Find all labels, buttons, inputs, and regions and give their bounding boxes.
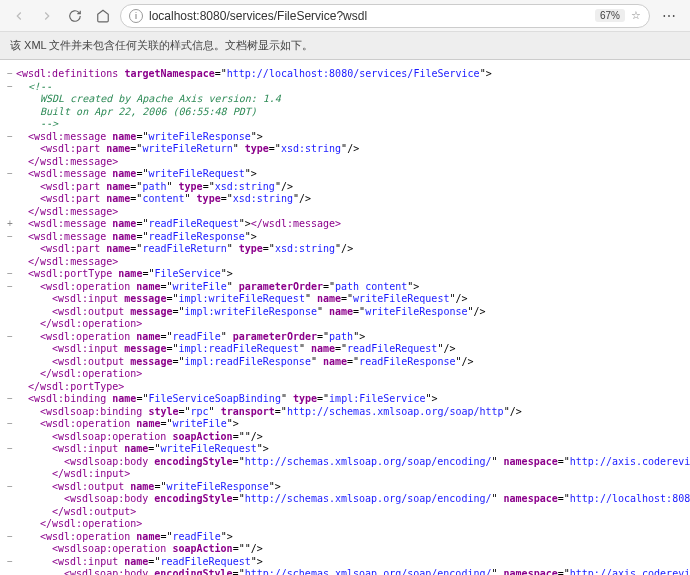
xml-row: <wsdl:input message="impl:writeFileReque… — [16, 293, 467, 306]
expander-icon[interactable]: − — [6, 168, 16, 181]
xml-row: <wsdl:input name="writeFileRequest"> — [16, 443, 269, 456]
xml-row: <wsdl:output message="impl:writeFileResp… — [16, 306, 486, 319]
expander-icon[interactable]: − — [6, 418, 16, 431]
xml-row: <wsdl:operation name="writeFile"> — [16, 418, 239, 431]
xml-row: <wsdl:binding name="FileServiceSoapBindi… — [16, 393, 437, 406]
expander-icon[interactable]: + — [6, 218, 16, 231]
xml-comment: WSDL created by Apache Axis version: 1.4 — [16, 93, 281, 106]
xml-row: <wsdlsoap:body encodingStyle="http://sch… — [16, 493, 690, 506]
xml-row: <wsdlsoap:body encodingStyle="http://sch… — [16, 456, 690, 469]
xml-row: </wsdl:input> — [16, 468, 130, 481]
expander-icon[interactable]: − — [6, 68, 16, 81]
xml-row: <wsdlsoap:body encodingStyle="http://sch… — [16, 568, 690, 575]
xml-row: <wsdl:message name="readFileRequest"></w… — [16, 218, 341, 231]
back-button[interactable] — [8, 5, 30, 27]
expander-icon[interactable]: − — [6, 556, 16, 569]
expander-icon[interactable]: − — [6, 393, 16, 406]
browser-toolbar: i localhost:8080/services/FileService?ws… — [0, 0, 690, 32]
xml-row: </wsdl:message> — [16, 206, 118, 219]
xml-row: </wsdl:operation> — [16, 318, 142, 331]
xml-row: <wsdl:portType name="FileService"> — [16, 268, 233, 281]
expander-icon[interactable]: − — [6, 331, 16, 344]
xml-row: <wsdlsoap:binding style="rpc" transport=… — [16, 406, 522, 419]
xml-row: </wsdl:message> — [16, 156, 118, 169]
xml-row: </wsdl:output> — [16, 506, 136, 519]
expander-icon[interactable]: − — [6, 131, 16, 144]
overflow-menu-button[interactable]: ⋯ — [656, 8, 682, 24]
xml-comment: --> — [16, 118, 58, 131]
site-info-icon[interactable]: i — [129, 9, 143, 23]
expander-icon[interactable]: − — [6, 268, 16, 281]
xml-row: <wsdlsoap:operation soapAction=""/> — [16, 543, 263, 556]
expander-icon[interactable]: − — [6, 481, 16, 494]
xml-comment: <!-- — [16, 81, 52, 94]
xml-row: </wsdl:operation> — [16, 518, 142, 531]
zoom-level[interactable]: 67% — [595, 9, 625, 22]
bookmark-star-icon[interactable]: ☆ — [631, 9, 641, 22]
forward-button[interactable] — [36, 5, 58, 27]
home-button[interactable] — [92, 5, 114, 27]
xml-comment: Built on Apr 22, 2006 (06:55:48 PDT) — [16, 106, 257, 119]
xml-row: <wsdl:operation name="writeFile" paramet… — [16, 281, 419, 294]
xml-row: </wsdl:message> — [16, 256, 118, 269]
xml-row: </wsdl:portType> — [16, 381, 124, 394]
address-bar[interactable]: i localhost:8080/services/FileService?ws… — [120, 4, 650, 28]
url-text: localhost:8080/services/FileService?wsdl — [149, 9, 585, 23]
xml-row: <wsdl:part name="writeFileReturn" type="… — [16, 143, 359, 156]
expander-icon[interactable]: − — [6, 443, 16, 456]
xml-row: <wsdl:part name="content" type="xsd:stri… — [16, 193, 311, 206]
xml-row: <wsdl:part name="path" type="xsd:string"… — [16, 181, 293, 194]
xml-row: <wsdl:input message="impl:readFileReques… — [16, 343, 455, 356]
xml-info-bar: 该 XML 文件并未包含任何关联的样式信息。文档树显示如下。 — [0, 32, 690, 60]
expander-icon[interactable]: − — [6, 531, 16, 544]
xml-row: <wsdl:message name="readFileResponse"> — [16, 231, 257, 244]
xml-row: <wsdl:message name="writeFileRequest"> — [16, 168, 257, 181]
xml-row: <wsdl:part name="readFileReturn" type="x… — [16, 243, 353, 256]
xml-row: <wsdl:definitions targetNamespace="http:… — [16, 68, 492, 81]
xml-info-text: 该 XML 文件并未包含任何关联的样式信息。文档树显示如下。 — [10, 39, 313, 51]
reload-button[interactable] — [64, 5, 86, 27]
xml-row: <wsdlsoap:operation soapAction=""/> — [16, 431, 263, 444]
xml-row: <wsdl:operation name="readFile" paramete… — [16, 331, 365, 344]
xml-row: <wsdl:operation name="readFile"> — [16, 531, 233, 544]
xml-row: <wsdl:input name="readFileRequest"> — [16, 556, 263, 569]
expander-icon[interactable]: − — [6, 231, 16, 244]
xml-tree: − <wsdl:definitions targetNamespace="htt… — [0, 60, 690, 575]
expander-icon[interactable]: − — [6, 281, 16, 294]
xml-row: </wsdl:operation> — [16, 368, 142, 381]
xml-row: <wsdl:output name="writeFileResponse"> — [16, 481, 281, 494]
expander-icon[interactable]: − — [6, 81, 16, 94]
xml-row: <wsdl:output message="impl:readFileRespo… — [16, 356, 474, 369]
xml-row: <wsdl:message name="writeFileResponse"> — [16, 131, 263, 144]
